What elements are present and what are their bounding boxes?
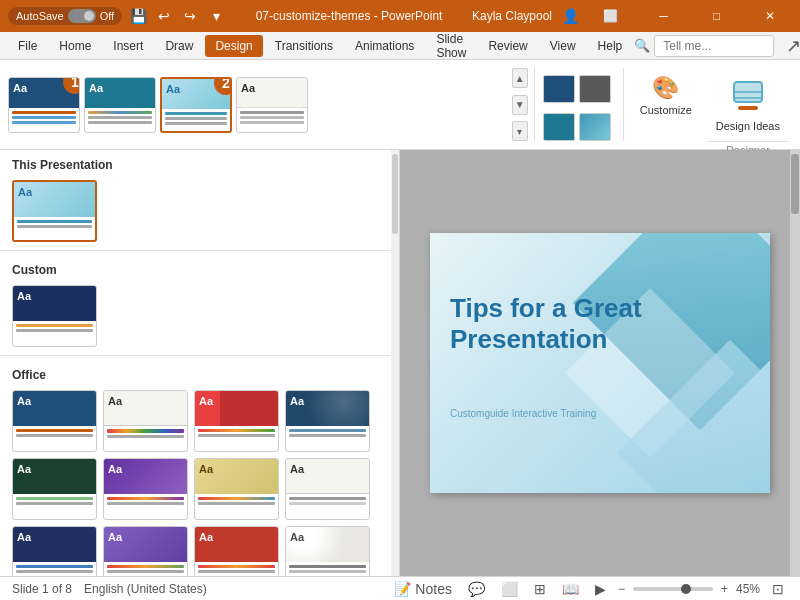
divider-2: [0, 355, 399, 356]
office-label: Office: [0, 360, 399, 386]
office-theme-11[interactable]: Aa: [194, 526, 279, 576]
slide-sorter-button[interactable]: ⊞: [530, 581, 550, 597]
office-theme-6[interactable]: Aa: [103, 458, 188, 520]
notes-label: Notes: [415, 581, 452, 597]
ribbon-scroll-more[interactable]: ▾: [512, 121, 528, 141]
zoom-minus[interactable]: −: [618, 582, 625, 596]
customize-icon: 🎨: [650, 72, 682, 104]
ribbon-theme-1[interactable]: 1 Aa: [8, 77, 80, 133]
ribbon-scroll-down[interactable]: ▼: [512, 95, 528, 115]
office-theme-7[interactable]: Aa: [194, 458, 279, 520]
office-theme-3[interactable]: Aa: [194, 390, 279, 452]
ribbon: 1 Aa Aa 2: [0, 60, 800, 150]
ribbon-theme-scroll: ▲ ▼ ▾: [510, 60, 530, 149]
design-ideas-label: Design Ideas: [716, 120, 780, 133]
share-icon[interactable]: ↗: [778, 33, 800, 59]
office-theme-10[interactable]: Aa: [103, 526, 188, 576]
ribbon-scroll-up[interactable]: ▲: [512, 68, 528, 88]
ribbon-variants: [539, 60, 619, 149]
search-icon: 🔍: [634, 38, 650, 53]
zoom-level: 45%: [736, 582, 760, 596]
autosave-label: AutoSave: [16, 10, 64, 22]
menu-help[interactable]: Help: [588, 35, 633, 57]
menu-file[interactable]: File: [8, 35, 47, 57]
menu-review[interactable]: Review: [478, 35, 537, 57]
office-theme-8[interactable]: Aa: [285, 458, 370, 520]
left-panel-scrollbar[interactable]: [391, 150, 399, 576]
left-panel: This Presentation Aa Custom: [0, 150, 400, 576]
ribbon-theme-4[interactable]: Aa: [236, 77, 308, 133]
slideshow-button[interactable]: ▶: [591, 581, 610, 597]
menu-view[interactable]: View: [540, 35, 586, 57]
office-grid: Aa Aa Aa: [0, 386, 399, 576]
office-theme-5[interactable]: Aa: [12, 458, 97, 520]
office-theme-2[interactable]: Aa: [103, 390, 188, 452]
window-title: 07-customize-themes - PowerPoint: [226, 9, 472, 23]
slide-area-scrollbar[interactable]: [790, 150, 800, 576]
menu-slide-show[interactable]: Slide Show: [426, 28, 476, 64]
customize-qat-icon[interactable]: ▾: [206, 6, 226, 26]
variant-2[interactable]: [579, 75, 611, 103]
variant-1[interactable]: [543, 75, 575, 103]
variant-4[interactable]: [579, 113, 611, 141]
ribbon-display-icon[interactable]: ⬜: [588, 0, 633, 32]
zoom-plus[interactable]: +: [721, 582, 728, 596]
office-theme-9[interactable]: Aa: [12, 526, 97, 576]
svg-rect-4: [738, 106, 758, 110]
menu-home[interactable]: Home: [49, 35, 101, 57]
office-theme-12[interactable]: Aa: [285, 526, 370, 576]
theme-item-current[interactable]: Aa: [12, 180, 97, 242]
minimize-button[interactable]: ─: [641, 0, 686, 32]
menu-insert[interactable]: Insert: [103, 35, 153, 57]
customize-button[interactable]: 🎨 Customize: [632, 68, 700, 120]
zoom-thumb: [681, 584, 691, 594]
autosave-toggle[interactable]: [68, 9, 96, 23]
save-icon[interactable]: 💾: [128, 6, 148, 26]
ribbon-theme-3[interactable]: 2 Aa: [160, 77, 232, 133]
menu-draw[interactable]: Draw: [155, 35, 203, 57]
title-bar: AutoSave Off 💾 ↩ ↪ ▾ 07-customize-themes…: [0, 0, 800, 32]
design-ideas-button[interactable]: Design Ideas: [708, 68, 788, 137]
office-theme-4[interactable]: Aa: [285, 390, 370, 452]
this-presentation-grid: Aa: [0, 176, 399, 246]
custom-grid: Aa: [0, 281, 399, 351]
menu-animations[interactable]: Animations: [345, 35, 424, 57]
main-area: This Presentation Aa Custom: [0, 150, 800, 576]
reading-view-button[interactable]: 📖: [558, 581, 583, 597]
ribbon-design-ideas-section: Design Ideas Designer: [704, 60, 792, 149]
panel-scroll[interactable]: This Presentation Aa Custom: [0, 150, 399, 576]
design-ideas-icon: [724, 72, 772, 120]
variant-3[interactable]: [543, 113, 575, 141]
status-right: 📝 Notes 💬 ⬜ ⊞ 📖 ▶ − + 45% ⊡: [390, 581, 788, 597]
undo-icon[interactable]: ↩: [154, 6, 174, 26]
user-name: Kayla Claypool: [472, 9, 552, 23]
theme-item-custom[interactable]: Aa: [12, 285, 97, 347]
slide-info: Slide 1 of 8: [12, 582, 72, 596]
maximize-button[interactable]: □: [694, 0, 739, 32]
ribbon-customize-section: 🎨 Customize: [628, 60, 704, 149]
menu-bar: File Home Insert Draw Design Transitions…: [0, 32, 800, 60]
normal-view-button[interactable]: ⬜: [497, 581, 522, 597]
office-theme-1[interactable]: Aa: [12, 390, 97, 452]
slide-canvas: Tips for a Great Presentation Customguid…: [430, 233, 770, 493]
slide-area: Tips for a Great Presentation Customguid…: [400, 150, 800, 576]
title-bar-left: AutoSave Off 💾 ↩ ↪ ▾: [8, 6, 226, 26]
ribbon-theme-2[interactable]: Aa: [84, 77, 156, 133]
close-button[interactable]: ✕: [747, 0, 792, 32]
menu-search-area: 🔍 ↗ 💬: [634, 33, 800, 59]
zoom-slider[interactable]: [633, 587, 713, 591]
comments-status-button[interactable]: 💬: [464, 581, 489, 597]
notes-button[interactable]: 📝 Notes: [390, 581, 455, 597]
menu-transitions[interactable]: Transitions: [265, 35, 343, 57]
tell-me-input[interactable]: [654, 35, 774, 57]
title-bar-right: Kayla Claypool 👤 ⬜ ─ □ ✕: [472, 0, 792, 32]
redo-icon[interactable]: ↪: [180, 6, 200, 26]
language-info: English (United States): [84, 582, 207, 596]
divider-1: [0, 250, 399, 251]
ribbon-themes: 1 Aa Aa 2: [8, 60, 510, 149]
slide-scroll-thumb: [791, 154, 799, 214]
autosave-pill[interactable]: AutoSave Off: [8, 7, 122, 25]
account-icon[interactable]: 👤: [560, 6, 580, 26]
menu-design[interactable]: Design: [205, 35, 262, 57]
fit-slide-button[interactable]: ⊡: [768, 581, 788, 597]
